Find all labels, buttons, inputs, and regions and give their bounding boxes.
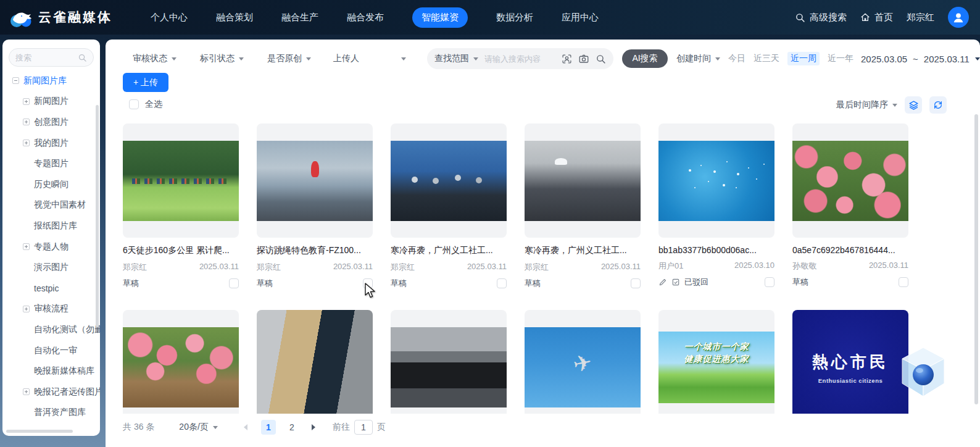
- expander-plus-icon[interactable]: [23, 98, 30, 105]
- page-size-select[interactable]: 20条/页: [179, 422, 217, 433]
- check-square-icon[interactable]: [671, 278, 680, 286]
- asset-title[interactable]: 0a5e7c6922b467816444...: [792, 245, 908, 255]
- asset-title[interactable]: 6天徒步160多公里 累计爬...: [123, 245, 239, 256]
- refresh-button[interactable]: [929, 96, 947, 114]
- tree-item-review-flow[interactable]: 审核流程: [2, 299, 100, 320]
- chevron-down-icon: [172, 57, 176, 61]
- select-all-checkbox[interactable]: [129, 99, 139, 109]
- range-1year[interactable]: 近一年: [828, 53, 853, 64]
- chevron-down-icon[interactable]: [975, 57, 980, 61]
- asset-checkbox[interactable]: [363, 278, 373, 288]
- avatar[interactable]: [948, 7, 969, 28]
- floating-3d-cube-widget[interactable]: [899, 346, 948, 399]
- main-vertical-scrollbar[interactable]: [974, 114, 978, 404]
- sidebar-horizontal-scrollbar[interactable]: [6, 430, 73, 433]
- filter-uploader[interactable]: 上传人: [333, 53, 406, 64]
- asset-checkbox[interactable]: [899, 277, 908, 287]
- username[interactable]: 郑宗红: [907, 12, 934, 23]
- filter-review-status[interactable]: 审核状态: [133, 53, 176, 64]
- asset-title[interactable]: 探访跳绳特色教育-FZ100...: [257, 245, 373, 256]
- date-from[interactable]: 2025.03.05: [861, 54, 907, 64]
- expander-plus-icon[interactable]: [23, 388, 30, 395]
- expander-plus-icon[interactable]: [23, 306, 30, 312]
- range-today[interactable]: 今日: [728, 53, 745, 64]
- asset-title[interactable]: 寒冷再袭，广州义工社工...: [391, 245, 507, 256]
- asset-thumbnail[interactable]: [123, 310, 239, 414]
- search-icon[interactable]: [596, 54, 606, 64]
- expander-plus-icon[interactable]: [23, 243, 30, 250]
- upload-button[interactable]: + 上传: [123, 73, 168, 92]
- thumbnail-roses-on-fence: [123, 327, 239, 407]
- tree-item-evening-news-media[interactable]: 晚报新媒体稿库: [2, 361, 100, 382]
- tree-item-news-image-library[interactable]: 新闻图片库: [2, 70, 100, 91]
- advanced-search-link[interactable]: 高级搜索: [795, 12, 847, 23]
- expander-plus-icon[interactable]: [23, 140, 30, 146]
- home-link[interactable]: 首页: [860, 12, 893, 23]
- tree-item-topic-people[interactable]: 专题人物: [2, 236, 100, 257]
- range-1week[interactable]: 近一周: [787, 52, 820, 65]
- asset-checkbox[interactable]: [497, 278, 507, 288]
- tree-item-news-images[interactable]: 新闻图片: [2, 91, 100, 112]
- page-number-2[interactable]: 2: [284, 420, 299, 435]
- filter-created-time[interactable]: 创建时间: [676, 53, 720, 64]
- range-3days[interactable]: 近三天: [754, 53, 779, 64]
- edit-pencil-icon[interactable]: [658, 278, 667, 286]
- nav-item-personal-center[interactable]: 个人中心: [151, 12, 188, 23]
- asset-checkbox[interactable]: [631, 278, 641, 288]
- nav-item-planning[interactable]: 融合策划: [216, 12, 253, 23]
- asset-thumbnail[interactable]: [257, 310, 373, 414]
- asset-thumbnail[interactable]: [391, 310, 507, 414]
- filter-original[interactable]: 是否原创: [267, 53, 311, 64]
- camera-search-icon[interactable]: [578, 53, 589, 64]
- nav-item-smart-media[interactable]: 智能媒资: [412, 7, 468, 28]
- banner-line2: 健康促进惠大家: [684, 354, 749, 365]
- sidebar-vertical-scrollbar[interactable]: [96, 105, 99, 327]
- asset-thumbnail[interactable]: 一个城市一个家 健康促进惠大家: [658, 310, 774, 414]
- sort-select[interactable]: 最后时间降序: [836, 99, 897, 111]
- page-number-1[interactable]: 1: [261, 420, 276, 435]
- asset-thumbnail[interactable]: 熱心市民 Enthusiastic citizens: [792, 310, 908, 414]
- asset-thumbnail[interactable]: [525, 123, 641, 238]
- tree-item-creative-images[interactable]: 创意图片: [2, 112, 100, 133]
- search-input[interactable]: [484, 54, 562, 64]
- tree-item-testpic[interactable]: testpic: [2, 278, 100, 299]
- prev-page-button[interactable]: [244, 424, 247, 430]
- face-search-icon[interactable]: [562, 54, 572, 64]
- nav-item-publish[interactable]: 融合发布: [347, 12, 384, 23]
- filter-index-status[interactable]: 标引状态: [200, 53, 244, 64]
- goto-page-input[interactable]: [354, 420, 373, 435]
- tree-item-evening-reporter-upload[interactable]: 晚报记者远传图片: [2, 382, 100, 403]
- tree-item-newspaper-library[interactable]: 报纸图片库: [2, 215, 100, 236]
- asset-thumbnail[interactable]: [123, 123, 239, 238]
- asset-thumbnail[interactable]: [792, 123, 908, 238]
- nav-item-data-analysis[interactable]: 数据分析: [496, 12, 533, 23]
- asset-thumbnail[interactable]: [658, 123, 774, 238]
- asset-title[interactable]: 寒冷再袭，广州义工社工...: [525, 245, 641, 256]
- nav-item-app-center[interactable]: 应用中心: [562, 12, 599, 23]
- nav-item-production[interactable]: 融合生产: [281, 12, 318, 23]
- asset-title[interactable]: bb1ab3377b6b00d06ac...: [658, 245, 774, 255]
- tree-item-puer-asset-library[interactable]: 普洱资产图库: [2, 403, 100, 424]
- tree-item-automation-test[interactable]: 自动化测试（勿删: [2, 319, 100, 340]
- asset-thumbnail[interactable]: [391, 123, 507, 238]
- asset-checkbox[interactable]: [229, 278, 239, 288]
- asset-thumbnail[interactable]: [257, 123, 373, 238]
- tree-item-topic-images[interactable]: 专题图片: [2, 153, 100, 174]
- asset-uploader: 用户01: [658, 261, 683, 272]
- sidebar-search-input[interactable]: [15, 53, 74, 62]
- asset-thumbnail[interactable]: ✈: [525, 310, 641, 414]
- asset-checkbox[interactable]: [765, 277, 774, 287]
- layout-layers-button[interactable]: [905, 96, 922, 114]
- tree-item-automation-review[interactable]: 自动化一审: [2, 340, 100, 361]
- tree-item-my-images[interactable]: 我的图片: [2, 133, 100, 154]
- tree-item-history-moments[interactable]: 历史瞬间: [2, 174, 100, 195]
- ai-search-button[interactable]: AI搜索: [622, 49, 668, 68]
- tree-item-demo-images[interactable]: 演示图片: [2, 257, 100, 278]
- expander-minus-icon[interactable]: [12, 77, 19, 84]
- tree-item-vcg-material[interactable]: 视觉中国素材: [2, 195, 100, 216]
- expander-plus-icon[interactable]: [23, 119, 30, 125]
- date-to[interactable]: 2025.03.11: [924, 54, 970, 64]
- brand[interactable]: 云雀融媒体: [9, 5, 112, 30]
- search-scope-select[interactable]: 查找范围: [434, 53, 478, 64]
- next-page-button[interactable]: [312, 424, 315, 430]
